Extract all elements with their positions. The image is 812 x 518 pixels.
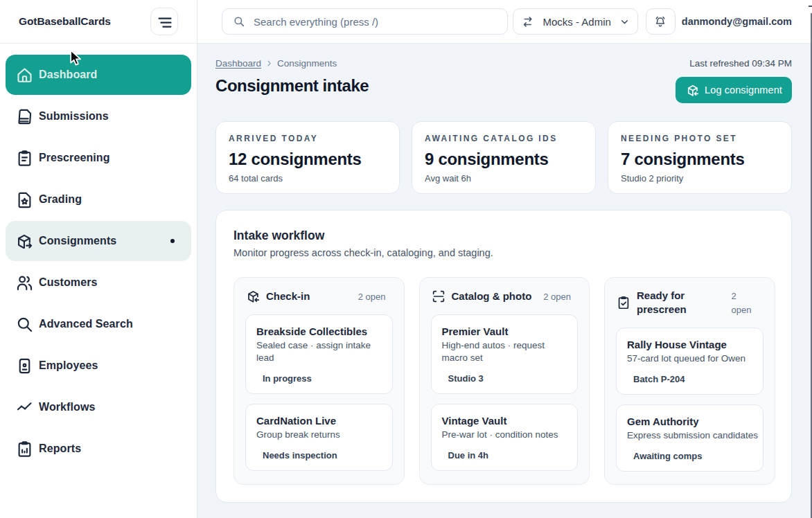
stat-card-awaiting-catalog-ids: AWAITING CATALOG IDS 9 consignments Avg … xyxy=(412,121,596,194)
column-title: Check-in xyxy=(266,289,353,303)
consignment-description: Group break returns xyxy=(256,429,389,441)
stat-label: ARRIVED TODAY xyxy=(229,134,387,143)
menu-collapse-icon xyxy=(157,14,173,30)
sidebar-item-label: Submissions xyxy=(39,110,175,123)
clipboard-text-icon xyxy=(15,149,34,168)
search-icon xyxy=(233,15,245,28)
sidebar-item-grading[interactable]: Grading xyxy=(6,179,191,220)
global-search[interactable] xyxy=(222,8,508,35)
sidebar-item-label: Workflows xyxy=(39,401,175,413)
column-header: Ready for prescreen 2 open xyxy=(616,289,764,317)
file-star-icon xyxy=(15,190,34,209)
consignment-card-cardnation-live[interactable]: CardNation Live Group break returns Need… xyxy=(245,404,393,471)
consignment-card-breakside-collectibles[interactable]: Breakside Collectibles Sealed case · ass… xyxy=(245,314,393,394)
stat-value: 12 consignments xyxy=(229,150,387,169)
sidebar-item-label: Consignments xyxy=(39,235,166,247)
intake-workflow-panel: Intake workflow Monitor progress across … xyxy=(215,210,792,503)
breadcrumb: Dashboard Consignments xyxy=(215,58,337,69)
column-count: 2 open xyxy=(358,290,386,304)
consignment-card-vintage-vault[interactable]: Vintage Vault Pre-war lot · condition no… xyxy=(431,404,579,471)
app-root: GotBaseballCards xyxy=(0,0,812,518)
workflow-column-ready-for-prescreen: Ready for prescreen 2 open Rally House V… xyxy=(604,277,775,485)
users-icon xyxy=(15,274,34,292)
sidebar-item-prescreening[interactable]: Prescreening xyxy=(6,138,191,178)
workflow-columns: Check-in 2 open Breakside Collectibles S… xyxy=(233,277,774,485)
panel-subtitle: Monitor progress across check-in, catalo… xyxy=(233,247,774,258)
breadcrumb-row: Dashboard Consignments Last refreshed 09… xyxy=(215,58,792,69)
sidebar-item-label: Employees xyxy=(39,359,175,372)
chevron-down-icon xyxy=(619,16,630,28)
id-badge-icon xyxy=(15,357,34,375)
swap-arrows-icon xyxy=(522,15,535,28)
file-text-icon xyxy=(15,107,34,126)
sidebar-item-reports[interactable]: Reports xyxy=(6,429,191,469)
activity-icon xyxy=(15,398,34,417)
sidebar-item-label: Customers xyxy=(39,276,175,289)
environment-switcher[interactable]: Mocks - Admin xyxy=(513,8,637,35)
consignment-card-gem-authority[interactable]: Gem Authority Express submission candida… xyxy=(616,404,764,472)
home-icon xyxy=(15,66,34,84)
sidebar-item-dashboard[interactable]: Dashboard xyxy=(6,55,191,95)
stat-detail: Studio 2 priority xyxy=(621,173,779,184)
consignment-name: Vintage Vault xyxy=(442,415,575,427)
clipboard-check-icon xyxy=(616,295,631,310)
sidebar-item-label: Advanced Search xyxy=(39,318,175,330)
column-cards: Breakside Collectibles Sealed case · ass… xyxy=(245,314,393,471)
column-header: Check-in 2 open xyxy=(245,289,393,304)
stat-value: 9 consignments xyxy=(425,150,583,169)
consignment-name: Gem Authority xyxy=(627,416,760,427)
column-title: Ready for prescreen xyxy=(637,289,726,317)
sidebar-item-workflows[interactable]: Workflows xyxy=(6,387,191,427)
page-content: Dashboard Consignments Last refreshed 09… xyxy=(197,44,812,518)
breadcrumb-current: Consignments xyxy=(277,58,337,69)
column-cards: Rally House Vintage 57-card lot queued f… xyxy=(616,328,764,472)
sidebar-item-employees[interactable]: Employees xyxy=(6,346,191,386)
scrollbar[interactable] xyxy=(809,0,812,518)
stat-label: NEEDING PHOTO SET xyxy=(621,134,779,143)
log-consignment-button[interactable]: Log consignment xyxy=(676,77,792,103)
consignment-status: In progress xyxy=(263,373,389,384)
consignment-status: Due in 4h xyxy=(448,450,575,461)
column-cards: Premier Vault High-end autos · request m… xyxy=(431,314,579,471)
stat-card-arrived-today: ARRIVED TODAY 12 consignments 64 total c… xyxy=(215,121,400,194)
consignment-card-premier-vault[interactable]: Premier Vault High-end autos · request m… xyxy=(431,314,579,394)
consignment-name: Premier Vault xyxy=(442,325,575,337)
breadcrumb-dashboard-link[interactable]: Dashboard xyxy=(215,58,261,69)
sidebar-item-label: Grading xyxy=(39,193,175,206)
consignment-name: CardNation Live xyxy=(256,415,389,427)
sidebar-collapse-button[interactable] xyxy=(150,8,178,35)
package-import-icon xyxy=(685,83,700,98)
sidebar-item-label: Prescreening xyxy=(39,152,175,164)
column-title: Catalog & photo xyxy=(452,289,538,303)
chevron-right-icon xyxy=(265,59,274,68)
notification-dot xyxy=(170,239,175,243)
sidebar-item-customers[interactable]: Customers xyxy=(6,262,191,303)
consignment-description: Pre-war lot · condition notes xyxy=(442,429,575,441)
sidebar-item-advanced-search[interactable]: Advanced Search xyxy=(6,304,191,344)
sidebar-item-label: Reports xyxy=(39,443,175,455)
sidebar-header: GotBaseballCards xyxy=(0,0,197,44)
user-email[interactable]: danmondy@gmail.com xyxy=(682,16,792,27)
environment-label: Mocks - Admin xyxy=(540,16,612,28)
search-input[interactable] xyxy=(254,16,497,28)
column-count: 2 open xyxy=(543,290,571,304)
stat-value: 7 consignments xyxy=(621,150,779,169)
last-refreshed-label: Last refreshed 09:34 PM xyxy=(689,58,792,69)
sidebar-item-consignments[interactable]: Consignments xyxy=(6,221,191,261)
consignment-status: Studio 3 xyxy=(448,373,575,384)
main-area: Mocks - Admin xyxy=(197,0,812,518)
sidebar-item-label: Dashboard xyxy=(39,69,175,81)
consignment-description: 57-card lot queued for Owen xyxy=(627,352,760,365)
notifications-button[interactable] xyxy=(646,8,676,35)
column-count: 2 open xyxy=(732,289,757,316)
consignment-status: Needs inspection xyxy=(263,450,389,461)
log-consignment-label: Log consignment xyxy=(705,84,782,96)
sidebar-item-submissions[interactable]: Submissions xyxy=(6,96,191,136)
sidebar-nav: Dashboard Submissions xyxy=(0,44,197,469)
bell-icon xyxy=(653,15,667,28)
search-icon xyxy=(15,315,34,334)
consignment-card-rally-house-vintage[interactable]: Rally House Vintage 57-card lot queued f… xyxy=(616,328,764,395)
consignment-status: Batch P-204 xyxy=(633,374,760,384)
clipboard-chart-icon xyxy=(15,440,34,458)
consignment-status: Awaiting comps xyxy=(633,451,760,461)
